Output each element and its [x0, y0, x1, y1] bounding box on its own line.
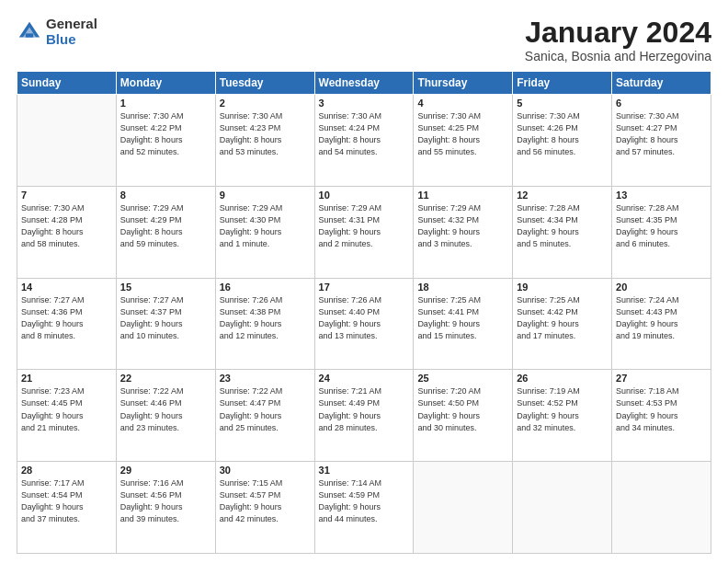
day-detail: Sunrise: 7:30 AM Sunset: 4:24 PM Dayligh…	[319, 110, 410, 158]
calendar-day-cell	[612, 462, 711, 554]
day-detail: Sunrise: 7:14 AM Sunset: 4:59 PM Dayligh…	[319, 477, 410, 525]
day-number: 6	[616, 98, 707, 109]
calendar-day-cell: 31Sunrise: 7:14 AM Sunset: 4:59 PM Dayli…	[314, 462, 414, 554]
day-detail: Sunrise: 7:26 AM Sunset: 4:40 PM Dayligh…	[319, 294, 410, 342]
day-number: 22	[120, 373, 211, 384]
calendar-day-cell: 12Sunrise: 7:28 AM Sunset: 4:34 PM Dayli…	[513, 186, 612, 278]
day-number: 23	[220, 373, 311, 384]
calendar-day-cell	[513, 462, 612, 554]
day-detail: Sunrise: 7:30 AM Sunset: 4:27 PM Dayligh…	[616, 110, 707, 158]
svg-rect-2	[26, 33, 33, 37]
weekday-header-cell: Friday	[513, 72, 612, 95]
day-detail: Sunrise: 7:18 AM Sunset: 4:53 PM Dayligh…	[616, 385, 707, 433]
day-detail: Sunrise: 7:30 AM Sunset: 4:23 PM Dayligh…	[220, 110, 311, 158]
day-number: 13	[616, 190, 707, 201]
title-block: January 2024 Sanica, Bosnia and Herzegov…	[525, 17, 711, 63]
calendar-day-cell: 15Sunrise: 7:27 AM Sunset: 4:37 PM Dayli…	[116, 278, 215, 370]
day-number: 25	[417, 373, 508, 384]
header: General Blue January 2024 Sanica, Bosnia…	[17, 17, 711, 63]
logo: General Blue	[17, 17, 97, 47]
day-number: 19	[517, 282, 608, 293]
day-number: 10	[319, 190, 410, 201]
calendar-day-cell: 24Sunrise: 7:21 AM Sunset: 4:49 PM Dayli…	[314, 370, 414, 462]
day-number: 11	[417, 190, 508, 201]
logo-text: General Blue	[46, 17, 97, 47]
day-number: 31	[319, 465, 410, 476]
day-detail: Sunrise: 7:28 AM Sunset: 4:34 PM Dayligh…	[517, 202, 608, 250]
day-number: 21	[21, 373, 112, 384]
day-detail: Sunrise: 7:15 AM Sunset: 4:57 PM Dayligh…	[220, 477, 311, 525]
calendar-day-cell: 5Sunrise: 7:30 AM Sunset: 4:26 PM Daylig…	[513, 95, 612, 187]
calendar-day-cell: 1Sunrise: 7:30 AM Sunset: 4:22 PM Daylig…	[116, 95, 215, 187]
calendar-day-cell	[17, 95, 117, 187]
day-detail: Sunrise: 7:22 AM Sunset: 4:47 PM Dayligh…	[220, 385, 311, 433]
calendar-day-cell: 19Sunrise: 7:25 AM Sunset: 4:42 PM Dayli…	[513, 278, 612, 370]
day-number: 27	[616, 373, 707, 384]
calendar-day-cell: 29Sunrise: 7:16 AM Sunset: 4:56 PM Dayli…	[116, 462, 215, 554]
calendar-day-cell: 23Sunrise: 7:22 AM Sunset: 4:47 PM Dayli…	[215, 370, 314, 462]
calendar-day-cell: 11Sunrise: 7:29 AM Sunset: 4:32 PM Dayli…	[414, 186, 513, 278]
logo-general-text: General	[46, 17, 97, 32]
calendar-day-cell: 18Sunrise: 7:25 AM Sunset: 4:41 PM Dayli…	[414, 278, 513, 370]
day-detail: Sunrise: 7:30 AM Sunset: 4:22 PM Dayligh…	[120, 110, 211, 158]
day-detail: Sunrise: 7:29 AM Sunset: 4:29 PM Dayligh…	[120, 202, 211, 250]
calendar-day-cell: 9Sunrise: 7:29 AM Sunset: 4:30 PM Daylig…	[215, 186, 314, 278]
day-detail: Sunrise: 7:30 AM Sunset: 4:28 PM Dayligh…	[21, 202, 112, 250]
day-detail: Sunrise: 7:20 AM Sunset: 4:50 PM Dayligh…	[417, 385, 508, 433]
day-detail: Sunrise: 7:30 AM Sunset: 4:25 PM Dayligh…	[417, 110, 508, 158]
day-number: 12	[517, 190, 608, 201]
calendar-day-cell: 25Sunrise: 7:20 AM Sunset: 4:50 PM Dayli…	[414, 370, 513, 462]
calendar-day-cell: 17Sunrise: 7:26 AM Sunset: 4:40 PM Dayli…	[314, 278, 414, 370]
weekday-header-cell: Tuesday	[215, 72, 314, 95]
calendar-day-cell: 26Sunrise: 7:19 AM Sunset: 4:52 PM Dayli…	[513, 370, 612, 462]
day-detail: Sunrise: 7:26 AM Sunset: 4:38 PM Dayligh…	[220, 294, 311, 342]
day-detail: Sunrise: 7:19 AM Sunset: 4:52 PM Dayligh…	[517, 385, 608, 433]
day-detail: Sunrise: 7:23 AM Sunset: 4:45 PM Dayligh…	[21, 385, 112, 433]
day-number: 16	[220, 282, 311, 293]
day-number: 5	[517, 98, 608, 109]
calendar-day-cell: 7Sunrise: 7:30 AM Sunset: 4:28 PM Daylig…	[17, 186, 117, 278]
calendar-week-row: 7Sunrise: 7:30 AM Sunset: 4:28 PM Daylig…	[17, 186, 711, 278]
calendar-day-cell: 6Sunrise: 7:30 AM Sunset: 4:27 PM Daylig…	[612, 95, 711, 187]
calendar-day-cell: 30Sunrise: 7:15 AM Sunset: 4:57 PM Dayli…	[215, 462, 314, 554]
day-number: 8	[120, 190, 211, 201]
page: General Blue January 2024 Sanica, Bosnia…	[0, 0, 728, 563]
day-number: 29	[120, 465, 211, 476]
day-detail: Sunrise: 7:29 AM Sunset: 4:30 PM Dayligh…	[220, 202, 311, 250]
day-detail: Sunrise: 7:27 AM Sunset: 4:37 PM Dayligh…	[120, 294, 211, 342]
day-detail: Sunrise: 7:22 AM Sunset: 4:46 PM Dayligh…	[120, 385, 211, 433]
calendar-day-cell: 2Sunrise: 7:30 AM Sunset: 4:23 PM Daylig…	[215, 95, 314, 187]
weekday-header-cell: Saturday	[612, 72, 711, 95]
day-number: 3	[319, 98, 410, 109]
day-number: 28	[21, 465, 112, 476]
day-detail: Sunrise: 7:29 AM Sunset: 4:31 PM Dayligh…	[319, 202, 410, 250]
day-detail: Sunrise: 7:25 AM Sunset: 4:41 PM Dayligh…	[417, 294, 508, 342]
day-detail: Sunrise: 7:21 AM Sunset: 4:49 PM Dayligh…	[319, 385, 410, 433]
day-detail: Sunrise: 7:24 AM Sunset: 4:43 PM Dayligh…	[616, 294, 707, 342]
logo-blue-text: Blue	[46, 32, 97, 48]
day-detail: Sunrise: 7:25 AM Sunset: 4:42 PM Dayligh…	[517, 294, 608, 342]
day-detail: Sunrise: 7:28 AM Sunset: 4:35 PM Dayligh…	[616, 202, 707, 250]
calendar-day-cell: 20Sunrise: 7:24 AM Sunset: 4:43 PM Dayli…	[612, 278, 711, 370]
location: Sanica, Bosnia and Herzegovina	[525, 49, 711, 63]
day-number: 17	[319, 282, 410, 293]
weekday-header-cell: Wednesday	[314, 72, 414, 95]
weekday-header-cell: Sunday	[17, 72, 117, 95]
day-number: 14	[21, 282, 112, 293]
day-number: 30	[220, 465, 311, 476]
calendar-table: SundayMondayTuesdayWednesdayThursdayFrid…	[17, 71, 711, 554]
month-title: January 2024	[525, 17, 711, 49]
weekday-header-cell: Thursday	[414, 72, 513, 95]
calendar-day-cell: 8Sunrise: 7:29 AM Sunset: 4:29 PM Daylig…	[116, 186, 215, 278]
day-number: 15	[120, 282, 211, 293]
calendar-day-cell: 22Sunrise: 7:22 AM Sunset: 4:46 PM Dayli…	[116, 370, 215, 462]
day-detail: Sunrise: 7:17 AM Sunset: 4:54 PM Dayligh…	[21, 477, 112, 525]
weekday-header-cell: Monday	[116, 72, 215, 95]
day-number: 2	[220, 98, 311, 109]
calendar-week-row: 1Sunrise: 7:30 AM Sunset: 4:22 PM Daylig…	[17, 95, 711, 187]
calendar-day-cell: 10Sunrise: 7:29 AM Sunset: 4:31 PM Dayli…	[314, 186, 414, 278]
day-detail: Sunrise: 7:27 AM Sunset: 4:36 PM Dayligh…	[21, 294, 112, 342]
calendar-day-cell: 16Sunrise: 7:26 AM Sunset: 4:38 PM Dayli…	[215, 278, 314, 370]
calendar-day-cell: 13Sunrise: 7:28 AM Sunset: 4:35 PM Dayli…	[612, 186, 711, 278]
day-number: 4	[417, 98, 508, 109]
